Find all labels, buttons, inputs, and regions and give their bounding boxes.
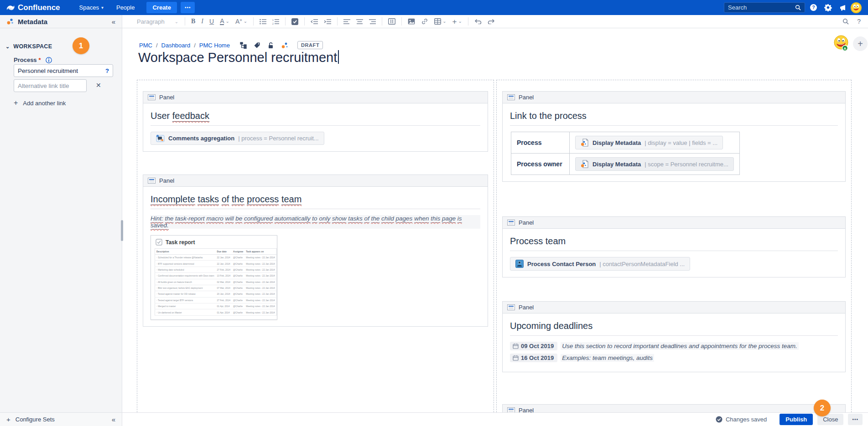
add-content-button[interactable]: + <box>853 36 868 51</box>
insert-image-icon[interactable] <box>408 18 415 25</box>
deadline-item: 09 Oct 2019 Use this section to record i… <box>510 342 838 350</box>
notifications-icon[interactable] <box>836 1 849 14</box>
insert-link-icon[interactable] <box>421 18 428 25</box>
footer-more-button[interactable]: ••• <box>848 414 863 425</box>
display-metadata-macro-chip[interactable]: Display Metadata | display = value | fie… <box>575 136 723 149</box>
search-input[interactable]: Search <box>724 2 805 13</box>
undo-icon[interactable] <box>474 19 482 24</box>
toolbar-divider <box>253 17 254 26</box>
redo-icon[interactable] <box>488 19 495 24</box>
panel-body[interactable]: Process team Process Contact Person | co… <box>503 229 845 277</box>
user-avatar[interactable] <box>851 2 862 13</box>
panel-macro-header[interactable]: Panel <box>503 92 845 103</box>
panel-macro-header[interactable]: Panel <box>143 175 488 187</box>
find-in-page-icon[interactable] <box>842 18 849 25</box>
breadcrumb-link-pmc-home[interactable]: PMC Home <box>199 42 230 49</box>
unlock-icon[interactable] <box>267 42 274 49</box>
breadcrumb-link-pmc[interactable]: PMC <box>139 42 152 49</box>
page-tree-icon[interactable] <box>240 42 247 49</box>
panel-body[interactable]: User feedback Comments aggregation | pro… <box>143 103 488 151</box>
panel-macro-header[interactable]: Panel <box>503 405 845 412</box>
date-chip[interactable]: 16 Oct 2019 <box>510 354 557 362</box>
labels-tag-icon[interactable] <box>254 42 260 49</box>
page-title[interactable]: Workspace Personnel recruitment <box>138 50 339 65</box>
settings-gear-icon[interactable] <box>821 1 834 14</box>
sidebar-resize-handle[interactable] <box>121 220 123 241</box>
divider <box>510 125 838 126</box>
task-assignee: @Charlie <box>232 297 244 303</box>
chevron-down-icon: ▾ <box>101 5 104 10</box>
outdent-icon[interactable] <box>311 19 318 25</box>
create-button[interactable]: Create <box>146 2 177 13</box>
task-description: BTF supported versions determined <box>155 261 216 267</box>
indent-icon[interactable] <box>324 19 331 25</box>
numbered-list-icon[interactable]: 12 <box>272 19 279 25</box>
panel-macro-icon <box>148 178 156 184</box>
sidebar-collapse-icon[interactable]: « <box>112 18 115 26</box>
remove-link-icon[interactable]: ✕ <box>96 82 101 89</box>
changes-saved-status: Changes saved <box>716 416 767 423</box>
text-color-button[interactable]: A⌄ <box>220 18 229 25</box>
editor-help-icon[interactable]: ? <box>857 18 861 25</box>
italic-button[interactable]: I <box>201 18 203 25</box>
bullet-list-icon[interactable] <box>260 19 266 25</box>
panel-body[interactable]: Link to the process Process Display Meta… <box>503 103 845 181</box>
add-another-link-button[interactable]: + Add another link <box>14 99 66 107</box>
nav-people[interactable]: People <box>111 2 140 13</box>
workspace-section-label: WORKSPACE <box>13 43 52 50</box>
bold-button[interactable]: B <box>191 18 195 25</box>
comments-aggregation-macro-chip[interactable]: Comments aggregation | process = Personn… <box>151 132 324 145</box>
svg-text:2: 2 <box>272 22 274 25</box>
task-appears-on: Meeting notes - 22 Jan 2014 <box>244 303 276 309</box>
task-appears-on: Meeting notes - 22 Jan 2014 <box>244 285 276 291</box>
panel-macro-header[interactable]: Panel <box>143 92 488 103</box>
panel-latest-meeting-notes: Panel Latest meeting notes <box>502 404 846 412</box>
task-report-rows: Scheduled for a Thunder release @Natasha… <box>155 255 277 316</box>
alternative-link-title-input[interactable]: Alternative link title <box>14 79 87 92</box>
align-right-icon[interactable] <box>369 19 376 25</box>
configure-sets-button[interactable]: Configure Sets <box>16 416 107 423</box>
insert-more-content-icon[interactable]: +⌄ <box>452 18 462 26</box>
info-icon[interactable] <box>46 57 52 63</box>
field-help-icon[interactable]: ? <box>105 67 109 74</box>
process-input[interactable]: Personnel recruitment ? <box>14 64 113 77</box>
align-left-icon[interactable] <box>343 19 350 25</box>
panel-body[interactable]: Incomplete tasks of the process team Hin… <box>143 187 488 326</box>
link-to-process-heading: Link to the process <box>510 111 838 121</box>
insert-table-icon[interactable]: ⌄ <box>434 18 446 25</box>
panel-body[interactable]: Upcoming deadlines 09 Oct 2019 Use this … <box>503 313 845 372</box>
panel-macro-header[interactable]: Panel <box>503 302 845 313</box>
process-team-heading: Process team <box>510 236 838 246</box>
process-contact-person-macro-chip[interactable]: Process Contact Person | contactPersonMe… <box>510 257 690 271</box>
breadcrumb-link-dashboard[interactable]: Dashboard <box>161 42 191 49</box>
date-chip[interactable]: 09 Oct 2019 <box>510 342 557 350</box>
task-due-date: 01 Apr, 2014 <box>216 303 232 309</box>
workspace-section-toggle[interactable]: ⌄ WORKSPACE <box>5 43 52 50</box>
sidebar-collapse-icon[interactable]: « <box>112 416 115 423</box>
column-header: Assignee <box>232 249 244 255</box>
metadata-dots-icon[interactable] <box>281 42 288 49</box>
help-icon[interactable]: ? <box>807 1 820 14</box>
comments-aggregation-icon <box>156 134 165 142</box>
macro-name: Display Metadata <box>593 161 641 168</box>
task-report-macro-preview[interactable]: Task report Description Due date Assigne… <box>151 235 277 320</box>
align-center-icon[interactable] <box>356 19 363 25</box>
task-appears-on: Meeting notes - 22 Jan 2014 <box>244 261 276 267</box>
macro-params: | display = value | fields = ... <box>645 139 717 146</box>
display-metadata-macro-chip[interactable]: Display Metadata | scope = Personnel rec… <box>575 157 734 171</box>
nav-more-button[interactable]: ••• <box>181 2 195 13</box>
publish-button[interactable]: Publish <box>780 414 813 425</box>
task-appears-on: Meeting notes - 22 Jan 2014 <box>244 255 276 261</box>
panel-macro-header[interactable]: Panel <box>503 217 845 229</box>
panel-macro-icon <box>507 94 515 100</box>
contact-person-icon <box>515 260 524 268</box>
confluence-logo[interactable]: Confluence <box>6 3 60 12</box>
task-list-icon[interactable] <box>291 18 298 25</box>
paragraph-style-select[interactable]: Paragraph ⌄ <box>137 18 179 25</box>
nav-spaces[interactable]: Spaces ▾ <box>74 2 109 13</box>
page-author-avatar[interactable]: A <box>833 35 850 52</box>
page-layout-icon[interactable] <box>388 18 395 25</box>
task-description: Tested against master for OD release <box>155 291 216 297</box>
more-formatting-button[interactable]: A°⌄ <box>235 18 247 25</box>
underline-button[interactable]: U <box>209 18 214 25</box>
